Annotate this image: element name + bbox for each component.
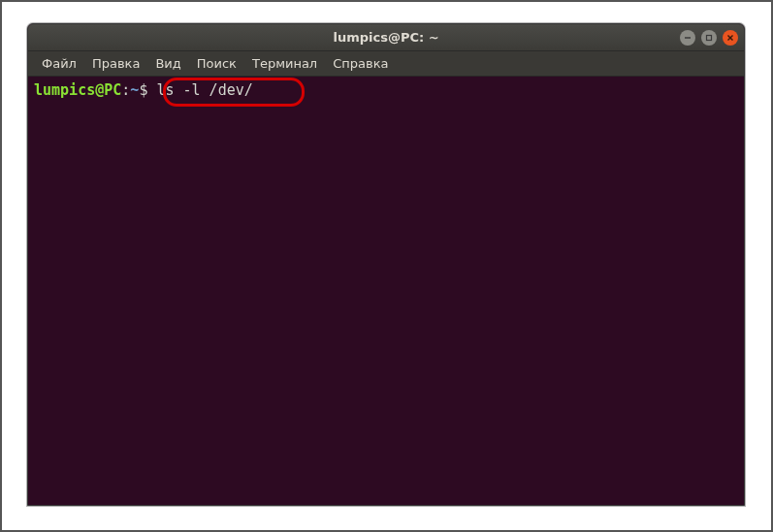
menu-file[interactable]: Файл	[34, 53, 84, 74]
menubar: Файл Правка Вид Поиск Терминал Справка	[28, 51, 744, 77]
svg-rect-1	[707, 35, 712, 40]
prompt-user: lumpics@PC	[34, 81, 121, 99]
terminal-window: lumpics@PC: ~ Файл Правка Вид Поиск Терм…	[27, 23, 745, 506]
menu-search[interactable]: Поиск	[189, 53, 244, 74]
prompt-line: lumpics@PC:~$ ls -l /dev/	[34, 80, 738, 100]
window-title: lumpics@PC: ~	[333, 30, 438, 45]
menu-edit[interactable]: Правка	[84, 53, 147, 74]
terminal-body[interactable]: lumpics@PC:~$ ls -l /dev/	[28, 77, 744, 505]
menu-help[interactable]: Справка	[325, 53, 396, 74]
menu-view[interactable]: Вид	[147, 53, 188, 74]
maximize-button[interactable]	[701, 30, 717, 46]
menu-terminal[interactable]: Терминал	[244, 53, 325, 74]
command-text: ls -l /dev/	[147, 81, 252, 99]
close-button[interactable]	[723, 30, 738, 46]
minimize-button[interactable]	[680, 30, 695, 46]
window-controls	[680, 30, 738, 46]
prompt-colon: :	[121, 81, 130, 99]
window-titlebar[interactable]: lumpics@PC: ~	[28, 24, 744, 51]
